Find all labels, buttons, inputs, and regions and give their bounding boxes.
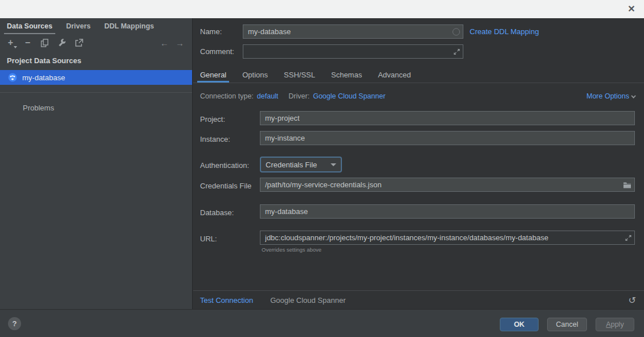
history-nav: ← →	[160, 38, 184, 48]
window-titlebar: ✕	[0, 0, 644, 18]
project-label: Project:	[200, 115, 225, 124]
comment-field-wrapper	[243, 44, 463, 59]
url-label: URL:	[200, 235, 217, 243]
datasource-settings-panel: Name: Create DDL Mapping Comment: Genera…	[193, 18, 644, 309]
database-field-wrapper	[260, 204, 635, 219]
tab-options[interactable]: Options	[242, 67, 268, 83]
url-expand-icon[interactable]	[625, 235, 631, 241]
authentication-dropdown[interactable]: Credentials File	[260, 157, 342, 172]
driver-label: Driver:	[288, 92, 309, 100]
close-icon[interactable]: ✕	[625, 2, 638, 16]
url-field-wrapper	[260, 231, 635, 245]
more-options-link[interactable]: More Options	[586, 91, 636, 102]
name-sync-circle-icon	[453, 28, 460, 35]
credentials-file-label: Credentials File	[200, 182, 251, 190]
forward-arrow-icon[interactable]: →	[176, 38, 184, 48]
apply-button[interactable]: Apply	[596, 318, 634, 331]
project-data-sources-header: Project Data Sources	[7, 56, 81, 65]
authentication-selected-value: Credentials File	[266, 161, 317, 169]
create-ddl-mapping-link[interactable]: Create DDL Mapping	[470, 27, 539, 36]
tab-ddl-mappings[interactable]: DDL Mappings	[104, 18, 154, 35]
dialog-button-bar: ? OK Cancel Apply	[0, 309, 644, 337]
url-input[interactable]	[260, 231, 635, 245]
chevron-down-icon	[631, 93, 635, 98]
cloud-spanner-datasource-icon	[8, 73, 17, 82]
settings-tabs: General Options SSH/SSL Schemas Advanced	[193, 67, 411, 83]
remove-datasource-icon[interactable]: −	[23, 38, 32, 48]
cancel-button[interactable]: Cancel	[547, 318, 587, 331]
browse-folder-icon[interactable]	[623, 181, 631, 188]
open-in-new-window-icon[interactable]	[74, 38, 84, 48]
datasource-item-label: my-database	[22, 73, 65, 82]
url-overrides-note: Overrides settings above	[262, 246, 321, 253]
instance-input[interactable]	[260, 131, 635, 145]
comment-label: Comment:	[200, 47, 234, 56]
tab-drivers[interactable]: Drivers	[66, 18, 91, 35]
comment-input[interactable]	[243, 44, 463, 59]
connection-type-label: Connection type:	[200, 92, 254, 100]
add-dropdown-arrow-icon	[14, 46, 17, 48]
name-field-wrapper	[243, 24, 463, 39]
tab-data-sources[interactable]: Data Sources	[7, 18, 52, 35]
apply-label: Apply	[606, 320, 623, 328]
driver-properties-wrench-icon[interactable]	[57, 38, 67, 48]
back-arrow-icon[interactable]: ←	[160, 38, 169, 48]
plus-glyph: +	[8, 38, 13, 48]
project-field-wrapper	[260, 111, 635, 125]
revert-icon[interactable]: ↺	[629, 295, 636, 306]
name-label: Name:	[200, 27, 222, 36]
tab-ssh-ssl[interactable]: SSH/SSL	[284, 67, 315, 83]
connection-footer: Test Connection Google Cloud Spanner ↺	[193, 290, 644, 309]
credentials-file-field-wrapper	[260, 178, 635, 192]
sidebar-toolbar: + − ← →	[0, 35, 192, 51]
datasource-sidebar: Data Sources Drivers DDL Mappings + − ← …	[0, 18, 193, 309]
tab-schemas[interactable]: Schemas	[331, 67, 362, 83]
ok-button[interactable]: OK	[500, 318, 539, 331]
problems-item[interactable]: Problems	[23, 104, 54, 112]
tab-advanced[interactable]: Advanced	[378, 67, 411, 83]
authentication-label: Authentication:	[200, 161, 249, 170]
more-options-label: More Options	[586, 92, 629, 100]
driver-link[interactable]: Google Cloud Spanner	[313, 92, 385, 100]
tabs-separator	[193, 83, 644, 83]
database-label: Database:	[200, 208, 234, 217]
instance-label: Instance:	[200, 135, 230, 143]
help-icon[interactable]: ?	[8, 317, 21, 330]
dropdown-arrow-icon	[331, 163, 336, 166]
project-input[interactable]	[260, 111, 635, 125]
tab-general[interactable]: General	[200, 67, 226, 83]
name-input[interactable]	[243, 24, 463, 39]
credentials-file-input[interactable]	[260, 178, 635, 192]
footer-driver-name: Google Cloud Spanner	[270, 296, 345, 305]
sidebar-tabs: Data Sources Drivers DDL Mappings	[0, 18, 192, 35]
datasource-list-item-selected[interactable]: my-database	[0, 70, 192, 85]
connection-type-link[interactable]: default	[257, 92, 279, 100]
add-datasource-icon[interactable]: +	[6, 38, 15, 48]
expand-icon[interactable]	[454, 48, 460, 55]
sidebar-divider	[0, 92, 192, 93]
test-connection-link[interactable]: Test Connection	[200, 296, 253, 305]
connection-type-row: Connection type:defaultDriver:Google Clo…	[200, 91, 636, 102]
database-input[interactable]	[260, 204, 635, 219]
instance-field-wrapper	[260, 131, 635, 145]
duplicate-icon[interactable]	[40, 38, 50, 48]
